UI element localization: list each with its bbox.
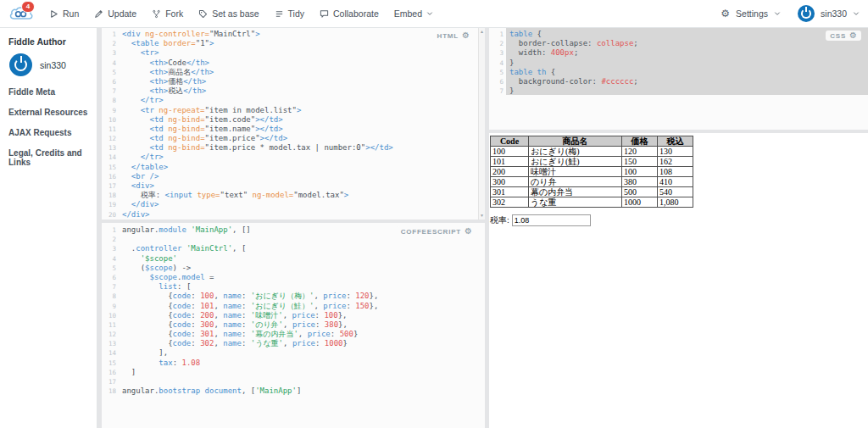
code-line: width: 400px; (509, 48, 868, 58)
line-number: 2 (489, 39, 504, 48)
table-cell: 162 (658, 157, 693, 167)
table-cell: のり弁 (529, 177, 622, 187)
line-number: 18 (102, 191, 116, 200)
line-number: 5 (102, 68, 116, 77)
gear-icon[interactable]: ⚙ (462, 31, 470, 40)
code-line: table { (509, 30, 868, 39)
panel-label: CSS (830, 32, 846, 40)
chevron-down-icon[interactable] (774, 10, 781, 17)
code-line: </table> (122, 163, 485, 172)
panel-result: Code商品名価格税込 100おにぎり(梅)120130101おにぎり(鮭)15… (489, 133, 868, 428)
table-cell: 410 (658, 177, 693, 187)
table-row: 301幕の内弁当500540 (491, 187, 693, 197)
code-line: list: [ (122, 282, 485, 292)
line-number: 12 (102, 134, 116, 143)
settings-button[interactable]: Settings (736, 8, 768, 19)
code-line: {code: 300, name: 'のり弁', price: 380}, (122, 320, 485, 330)
table-cell: 130 (658, 147, 693, 157)
scroll-up-icon[interactable]: ▲ (479, 29, 485, 34)
table-cell: 200 (491, 167, 529, 177)
code-line: ] (122, 368, 485, 377)
table-header-row: Code商品名価格税込 (491, 136, 693, 147)
scroll-down-icon[interactable]: ▼ (479, 213, 485, 218)
tidy-button[interactable]: Tidy (275, 8, 304, 19)
gear-icon[interactable]: ⚙ (465, 227, 472, 236)
line-number: 19 (102, 200, 116, 209)
code-area[interactable]: angular.module 'MainApp', [] .controller… (119, 223, 485, 428)
code-area[interactable]: table { border-collapse: collapse; width… (506, 27, 868, 130)
result-frame: Code商品名価格税込 100おにぎり(梅)120130101おにぎり(鮭)15… (489, 133, 868, 226)
code-line: <br /> (122, 172, 485, 181)
line-number: 15 (102, 163, 116, 172)
line-number: 8 (102, 96, 116, 105)
table-cell: おにぎり(鮭) (529, 157, 622, 167)
author-name[interactable]: sin330 (40, 60, 66, 70)
table-cell: 1000 (622, 197, 658, 208)
table-cell: 幕の内弁当 (529, 187, 622, 197)
collaborate-button[interactable]: Collaborate (320, 8, 379, 19)
code-line: '$scope' (122, 254, 485, 264)
scrollbar[interactable]: ▲ ▼ (478, 27, 485, 220)
table-cell: 108 (658, 167, 693, 177)
gear-icon[interactable]: ⚙ (849, 31, 857, 40)
line-number: 11 (102, 125, 116, 134)
chevron-down-icon[interactable] (853, 10, 860, 17)
table-cell: 100 (491, 147, 529, 157)
code-line: } (509, 86, 868, 96)
button-label: Fork (165, 8, 183, 19)
code-line: {code: 301, name: '幕の内弁当', price: 500} (122, 330, 485, 339)
embed-button[interactable]: Embed (394, 8, 433, 19)
table-cell: 味噌汁 (529, 167, 622, 177)
table-cell: 1,080 (658, 197, 693, 208)
line-number: 11 (102, 320, 116, 330)
table-row: 100おにぎり(梅)120130 (491, 147, 693, 157)
update-button[interactable]: Update (94, 8, 136, 19)
run-button[interactable]: Run (49, 8, 79, 19)
notification-badge[interactable]: 4 (21, 1, 35, 13)
code-line: <div ng-controller="MainCtrl"> (122, 30, 485, 39)
sidebar-item-ajax-requests[interactable]: AJAX Requests (0, 117, 97, 137)
line-number: 17 (102, 377, 116, 386)
code-line: {code: 100, name: 'おにぎり（梅）', price: 120}… (122, 292, 485, 301)
code-line: $scope.model = (122, 273, 485, 282)
panel-html-header: HTML ⚙ (433, 31, 474, 41)
topbar-buttons: RunUpdateForkSet as baseTidyCollaborateE… (49, 0, 433, 27)
code-line: <table border="1"> (122, 39, 485, 48)
code-line: .controller 'MainCtrl', [ (122, 244, 485, 253)
tax-rate-input[interactable] (512, 214, 591, 226)
button-label: Collaborate (333, 8, 379, 19)
chevron-down-icon (426, 10, 433, 17)
code-line: 税率: <input type="text" ng-model="model.t… (122, 191, 485, 200)
table-row: 101おにぎり(鮭)150162 (491, 157, 693, 167)
code-line: </tr> (122, 96, 485, 105)
gutter: 1234567891011121314151617181920 (102, 27, 119, 220)
line-number: 1 (102, 225, 116, 235)
author-avatar[interactable] (9, 53, 32, 76)
line-number: 15 (102, 359, 116, 368)
code-area[interactable]: <div ng-controller="MainCtrl"> <table bo… (119, 27, 485, 220)
table-cell: 120 (622, 147, 658, 157)
code-line: <td ng-bind="item.price * model.tax | nu… (122, 143, 485, 153)
user-avatar[interactable] (798, 5, 815, 22)
panel-label: HTML (437, 32, 459, 40)
line-number: 6 (102, 273, 116, 282)
table-cell: 500 (622, 187, 658, 197)
set-as-base-button[interactable]: Set as base (198, 8, 259, 19)
sidebar-item-external-resources[interactable]: External Resources (0, 97, 97, 117)
sidebar-item-legal[interactable]: Legal, Credits and Links (0, 137, 97, 167)
fiddle-author: sin330 (0, 47, 97, 76)
code-line: </div> (122, 210, 485, 220)
code-line: <div> (122, 181, 485, 191)
fork-button[interactable]: Fork (152, 8, 183, 19)
sidebar-item-fiddle-meta[interactable]: Fiddle Meta (0, 76, 97, 97)
username-menu[interactable]: sin330 (821, 8, 847, 19)
line-number: 6 (489, 77, 504, 86)
settings-gear-icon: ⚙ (721, 8, 730, 19)
tidy-icon (275, 9, 284, 19)
play-icon (49, 9, 58, 19)
line-number: 8 (102, 292, 116, 301)
line-number: 7 (102, 282, 116, 292)
line-number: 17 (102, 181, 116, 191)
line-number: 7 (489, 86, 504, 96)
line-number: 2 (102, 39, 116, 48)
